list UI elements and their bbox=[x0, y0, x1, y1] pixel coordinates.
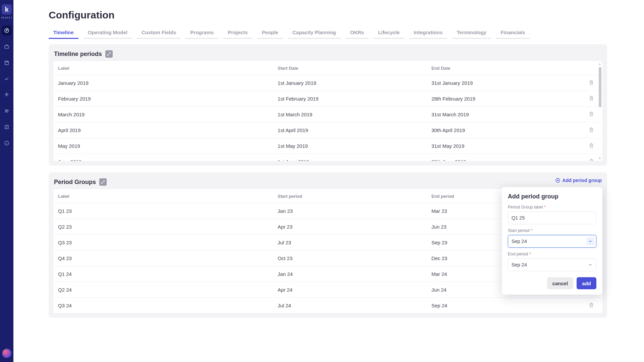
cell-start: Apr 24 bbox=[273, 282, 427, 298]
required-icon: * bbox=[531, 228, 533, 233]
chevron-down-icon bbox=[586, 261, 594, 269]
tab-okrs[interactable]: OKRs bbox=[345, 27, 369, 39]
config-tabs: Timeline Operating Model Custom Fields P… bbox=[49, 27, 607, 39]
version-badge: v4.14.3 » bbox=[0, 15, 13, 20]
cell-start: Apr 23 bbox=[273, 219, 427, 235]
delete-button[interactable] bbox=[587, 157, 596, 161]
add-period-group-popover: Add period group Period Group label* Sta… bbox=[502, 187, 602, 295]
cell-label: April 2019 bbox=[53, 122, 273, 138]
main-content: Configuration Timeline Operating Model C… bbox=[13, 0, 644, 362]
end-period-label-text: End period bbox=[508, 252, 528, 256]
cell-label: Q4 23 bbox=[53, 250, 273, 266]
tab-projects[interactable]: Projects bbox=[223, 27, 252, 39]
col-label: Label bbox=[53, 189, 273, 203]
delete-button[interactable] bbox=[587, 110, 596, 119]
cell-end: 30th June 2019 bbox=[427, 154, 580, 161]
table-row: January 20191st January 201931st January… bbox=[53, 75, 602, 91]
tab-people[interactable]: People bbox=[257, 27, 283, 39]
scroll-up-icon[interactable]: ▴ bbox=[598, 62, 602, 66]
nav-icon-compass[interactable] bbox=[2, 25, 12, 36]
col-label: Label bbox=[53, 61, 273, 75]
tab-programs[interactable]: Programs bbox=[185, 27, 218, 39]
cell-end: Sep 24 bbox=[427, 298, 580, 313]
table-row: February 20191st February 201928th Febru… bbox=[53, 91, 602, 107]
tab-lifecycle[interactable]: Lifecycle bbox=[373, 27, 404, 39]
start-period-value[interactable] bbox=[508, 235, 596, 248]
tab-capacity-planning[interactable]: Capacity Planning bbox=[288, 27, 341, 39]
delete-button[interactable] bbox=[587, 141, 596, 150]
cell-label: June 2019 bbox=[53, 154, 273, 161]
cell-end: 31st January 2019 bbox=[427, 75, 580, 91]
delete-button[interactable] bbox=[587, 126, 596, 134]
start-period-select[interactable] bbox=[508, 235, 596, 248]
svg-point-4 bbox=[7, 110, 8, 111]
trash-icon bbox=[589, 80, 594, 86]
timeline-periods-table: Label Start Date End Date January 20191s… bbox=[53, 61, 602, 161]
cell-start: 1st March 2019 bbox=[273, 107, 427, 122]
cell-label: Q2 23 bbox=[53, 219, 273, 235]
trash-icon bbox=[589, 143, 594, 149]
cancel-button[interactable]: cancel bbox=[547, 277, 574, 289]
col-start-period: Start period bbox=[273, 189, 427, 203]
cell-label: Q1 23 bbox=[53, 203, 273, 219]
end-period-value[interactable] bbox=[508, 258, 596, 271]
plus-circle-icon bbox=[555, 178, 560, 183]
add-period-group-button[interactable]: Add period group bbox=[555, 178, 602, 183]
nav-icon-building[interactable] bbox=[2, 122, 12, 132]
cell-label: Q3 23 bbox=[53, 235, 273, 250]
svg-rect-2 bbox=[5, 61, 9, 65]
period-group-label-text: Period Group label bbox=[508, 205, 543, 209]
cell-start: 1st April 2019 bbox=[273, 122, 427, 138]
chevron-down-icon bbox=[586, 237, 594, 245]
app-logo[interactable]: k bbox=[2, 4, 12, 14]
cell-end: 31st May 2019 bbox=[427, 138, 580, 154]
cell-label: Q1 24 bbox=[53, 266, 273, 282]
svg-rect-1 bbox=[5, 46, 9, 48]
nav-icon-briefcase[interactable] bbox=[2, 42, 12, 52]
popover-title: Add period group bbox=[508, 193, 596, 200]
cell-end: 28th February 2019 bbox=[427, 91, 580, 107]
cell-label: February 2019 bbox=[53, 91, 273, 107]
end-period-select[interactable] bbox=[508, 258, 596, 271]
tab-financials[interactable]: Financials bbox=[496, 27, 530, 39]
delete-button[interactable] bbox=[587, 78, 596, 87]
table-row: April 20191st April 201930th April 2019 bbox=[53, 122, 602, 138]
cell-start: 1st January 2019 bbox=[273, 75, 427, 91]
cell-start: Jul 23 bbox=[273, 235, 427, 250]
period-groups-panel: Period Groups Add period group Label Sta… bbox=[49, 172, 607, 318]
delete-button[interactable] bbox=[587, 94, 596, 103]
delete-button[interactable] bbox=[587, 301, 596, 310]
tab-terminology[interactable]: Terminology bbox=[452, 27, 491, 39]
avatar[interactable] bbox=[2, 349, 11, 358]
trash-icon bbox=[589, 96, 594, 102]
cell-end: 30th April 2019 bbox=[427, 122, 580, 138]
expand-button[interactable] bbox=[99, 178, 107, 186]
cell-start: Jul 24 bbox=[273, 298, 427, 313]
tab-integrations[interactable]: Integrations bbox=[409, 27, 447, 39]
nav-icon-spark[interactable] bbox=[2, 90, 12, 100]
add-button[interactable]: add bbox=[577, 277, 596, 289]
col-start-date: Start Date bbox=[273, 61, 427, 75]
nav-icon-chart[interactable] bbox=[2, 74, 12, 84]
scrollbar-thumb[interactable] bbox=[599, 67, 601, 107]
logo-wrap: k bbox=[0, 1, 13, 17]
add-period-group-label: Add period group bbox=[562, 178, 602, 183]
scroll-down-icon[interactable]: ▾ bbox=[598, 156, 602, 160]
timeline-periods-panel: Timeline periods Label Start Date End Da… bbox=[49, 44, 607, 166]
nav-icon-info[interactable] bbox=[2, 138, 12, 148]
tab-timeline[interactable]: Timeline bbox=[49, 27, 78, 39]
tab-operating-model[interactable]: Operating Model bbox=[83, 27, 132, 39]
expand-icon bbox=[107, 52, 111, 56]
svg-rect-5 bbox=[5, 125, 8, 129]
expand-button[interactable] bbox=[105, 50, 113, 58]
tab-custom-fields[interactable]: Custom Fields bbox=[137, 27, 181, 39]
page-title: Configuration bbox=[49, 9, 607, 21]
required-icon: * bbox=[529, 252, 531, 256]
sidebar: k v4.14.3 » bbox=[0, 0, 13, 362]
nav-icon-calendar[interactable] bbox=[2, 58, 12, 68]
cell-start: 1st June 2019 bbox=[273, 154, 427, 161]
cell-start: Oct 23 bbox=[273, 250, 427, 266]
period-group-label-input[interactable] bbox=[508, 212, 596, 224]
nav-icon-people[interactable] bbox=[2, 106, 12, 116]
cell-start: 1st May 2019 bbox=[273, 138, 427, 154]
